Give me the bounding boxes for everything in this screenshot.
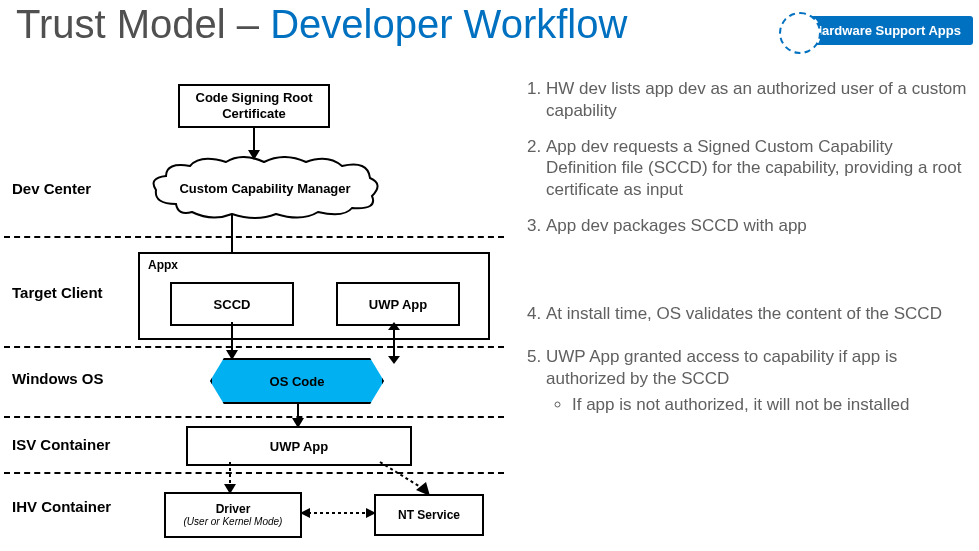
- box-custom-capability-manager: Custom Capability Manager: [166, 168, 364, 208]
- badge-hardware-support: Hardware Support Apps: [797, 16, 973, 45]
- slide-title: Trust Model – Developer Workflow: [16, 2, 627, 47]
- svg-marker-16: [300, 508, 310, 518]
- box-sccd: SCCD: [170, 282, 294, 326]
- title-accent: Developer Workflow: [270, 2, 627, 46]
- badge-circle-icon: [779, 12, 821, 54]
- arrow-csr-to-ccm: [246, 126, 262, 166]
- arrow-driver-ntservice: [300, 506, 376, 524]
- step-5a: If app is not authorized, it will not be…: [572, 394, 967, 416]
- ccm-label: Custom Capability Manager: [179, 181, 350, 196]
- step-1: HW dev lists app dev as an authorized us…: [546, 78, 967, 122]
- uwp2-label: UWP App: [270, 439, 329, 454]
- box-driver: Driver (User or Kernel Mode): [164, 492, 302, 538]
- appx-label: Appx: [148, 258, 178, 272]
- oscode-label: OS Code: [210, 358, 384, 404]
- divider-3: [4, 416, 504, 418]
- sccd-label: SCCD: [214, 297, 251, 312]
- step-5: UWP App granted access to capability if …: [546, 346, 967, 415]
- step-5-text: UWP App granted access to capability if …: [546, 347, 897, 388]
- step-3: App dev packages SCCD with app: [546, 215, 967, 237]
- box-uwp-app-inside-appx: UWP App: [336, 282, 460, 326]
- box-appx-package: Appx SCCD UWP App: [138, 252, 490, 340]
- uwp1-label: UWP App: [369, 297, 428, 312]
- driver-sub: (User or Kernel Mode): [184, 516, 283, 527]
- svg-line-13: [380, 462, 422, 488]
- csr-line2: Certificate: [222, 106, 286, 122]
- arrow-uwp-to-oscode: [386, 322, 402, 370]
- svg-marker-7: [388, 322, 400, 330]
- title-plain: Trust Model –: [16, 2, 259, 46]
- box-code-signing-root-cert: Code Signing Root Certificate: [178, 84, 330, 128]
- row-label-dev-center: Dev Center: [12, 180, 91, 197]
- box-nt-service: NT Service: [374, 494, 484, 536]
- step-4: At install time, OS validates the conten…: [546, 303, 967, 325]
- row-label-windows-os: Windows OS: [12, 370, 104, 387]
- step-2: App dev requests a Signed Custom Capabil…: [546, 136, 967, 201]
- row-label-target-client: Target Client: [12, 284, 103, 301]
- steps-list: HW dev lists app dev as an authorized us…: [520, 78, 967, 430]
- badge-label: Hardware Support Apps: [797, 16, 973, 45]
- ntservice-label: NT Service: [398, 508, 460, 522]
- slide-root: Trust Model – Developer Workflow Hardwar…: [0, 0, 979, 551]
- driver-label: Driver: [216, 503, 251, 516]
- box-uwp-app-isv: UWP App: [186, 426, 412, 466]
- box-os-code: OS Code: [210, 358, 384, 404]
- row-label-ihv-container: IHV Container: [12, 498, 111, 515]
- svg-marker-1: [248, 150, 260, 160]
- divider-2: [4, 346, 504, 348]
- svg-marker-8: [388, 356, 400, 364]
- divider-1: [4, 236, 504, 238]
- csr-line1: Code Signing Root: [196, 90, 313, 106]
- row-label-isv-container: ISV Container: [12, 436, 110, 453]
